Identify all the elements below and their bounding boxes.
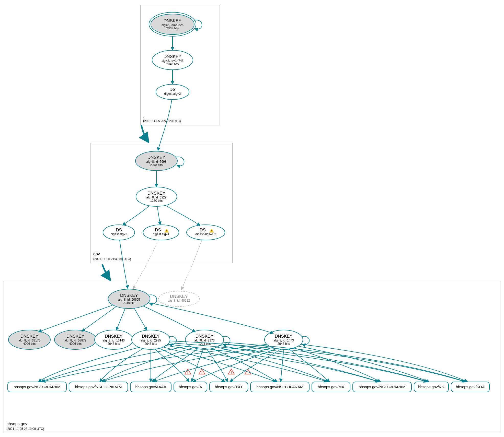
svg-text:DNSKEY: DNSKEY xyxy=(120,293,138,298)
svg-text:alg=8, id=20326: alg=8, id=20326 xyxy=(162,23,184,27)
svg-text:hhsops.gov/TXT: hhsops.gov/TXT xyxy=(215,385,243,389)
svg-text:alg=8, id=2985: alg=8, id=2985 xyxy=(141,339,161,342)
svg-text:!: ! xyxy=(166,230,167,233)
svg-text:alg=8, id=1473: alg=8, id=1473 xyxy=(273,339,294,342)
svg-text:DS: DS xyxy=(116,228,122,232)
node-hh-k3: DNSKEY alg=8, id=13143 2048 bits xyxy=(95,330,133,349)
svg-text:digest alg=2: digest alg=2 xyxy=(110,232,127,236)
svg-rect-33 xyxy=(4,281,500,433)
svg-text:alg=8, id=58879: alg=8, id=58879 xyxy=(64,339,86,342)
svg-text:!: ! xyxy=(201,371,202,374)
svg-text:4096 bits: 4096 bits xyxy=(69,342,82,346)
svg-text:2048 bits: 2048 bits xyxy=(150,163,163,167)
node-hh-ksk: DNSKEY alg=8, id=50665 2048 bits xyxy=(108,289,150,309)
svg-text:hhsops.gov/MX: hhsops.gov/MX xyxy=(318,385,344,389)
svg-text:2048 bits: 2048 bits xyxy=(166,27,179,30)
svg-text:alg=8, id=13143: alg=8, id=13143 xyxy=(103,339,125,342)
svg-text:DNSKEY: DNSKEY xyxy=(170,294,188,299)
svg-text:alg=8, id=6229: alg=8, id=6229 xyxy=(146,196,167,199)
svg-text:hhsops.gov/SOA: hhsops.gov/SOA xyxy=(456,385,485,389)
svg-text:DNSKEY: DNSKEY xyxy=(164,18,181,23)
svg-text:DNSKEY: DNSKEY xyxy=(164,54,181,59)
zone-hhsops-label: hhsops.gov xyxy=(6,422,27,426)
zone-root-ts: (2021-11-05 20:42:20 UTC) xyxy=(143,119,181,123)
svg-text:2048 bits: 2048 bits xyxy=(145,342,157,346)
node-gov-ksk: DNSKEY alg=8, id=7698 2048 bits xyxy=(135,151,177,171)
svg-text:digest algs=1,2: digest algs=1,2 xyxy=(195,232,216,236)
error-icon: ! xyxy=(228,369,234,374)
rrset-r4: hhsops.gov/A xyxy=(174,382,207,392)
svg-text:alg=8, id=2373: alg=8, id=2373 xyxy=(194,339,215,342)
zone-gov-label: gov xyxy=(93,252,100,256)
svg-text:DNSKEY: DNSKEY xyxy=(20,334,38,339)
node-root-ds: DS digest alg=2 xyxy=(156,84,189,100)
svg-text:2048 bits: 2048 bits xyxy=(166,62,179,66)
rrset-r7: hhsops.gov/MX xyxy=(312,382,350,392)
svg-text:DNSKEY: DNSKEY xyxy=(196,334,213,339)
svg-text:alg=8, id=14748: alg=8, id=14748 xyxy=(162,59,184,63)
node-hh-k5: DNSKEY alg=8, id=2373 1024 bits xyxy=(185,330,224,349)
rrset-r3: hhsops.gov/AAAA xyxy=(130,382,171,392)
svg-text:hhsops.gov/AAAA: hhsops.gov/AAAA xyxy=(135,385,166,389)
zone-gov: gov (2021-11-05 21:49:59 UTC) DNSKEY alg… xyxy=(91,143,233,263)
node-gov-zsk: DNSKEY alg=8, id=6229 1280 bits xyxy=(136,187,177,206)
svg-text:DNSKEY: DNSKEY xyxy=(105,334,123,339)
rrset-r8: hhsops.gov/NSEC3PARAM xyxy=(353,382,411,392)
svg-text:alg=8, id=7698: alg=8, id=7698 xyxy=(146,160,167,163)
svg-text:alg=8, id=50665: alg=8, id=50665 xyxy=(118,298,140,301)
node-root-zsk: DNSKEY alg=8, id=14748 2048 bits xyxy=(152,50,193,70)
svg-text:DNSKEY: DNSKEY xyxy=(142,334,160,339)
svg-text:2048 bits: 2048 bits xyxy=(123,301,135,305)
svg-text:DNSKEY: DNSKEY xyxy=(147,155,165,160)
rrset-r2: hhsops.gov/NSEC3PARAM xyxy=(69,382,128,392)
dnssec-graph: . (2021-11-05 20:42:20 UTC) DNSKEY alg=8… xyxy=(0,0,504,437)
svg-text:DS: DS xyxy=(155,228,161,232)
zone-hhsops-ts: (2021-11-05 23:19:09 UTC) xyxy=(6,427,44,431)
svg-text:hhsops.gov/NSEC3PARAM: hhsops.gov/NSEC3PARAM xyxy=(359,385,405,389)
node-hh-k6: DNSKEY alg=8, id=1473 2048 bits xyxy=(265,330,303,349)
svg-text:DNSKEY: DNSKEY xyxy=(275,334,293,339)
svg-text:2048 bits: 2048 bits xyxy=(278,342,290,346)
zone-gov-ts: (2021-11-05 21:49:59 UTC) xyxy=(93,257,131,261)
svg-text:!: ! xyxy=(247,371,248,374)
svg-text:digest alg=2: digest alg=2 xyxy=(164,92,181,96)
svg-text:1280 bits: 1280 bits xyxy=(150,199,163,203)
node-gov-ds1: DS digest alg=2 xyxy=(103,225,135,240)
node-hh-ghost: DNSKEY alg=8, id=40912 xyxy=(158,291,199,306)
svg-text:hhsops.gov/NSEC3PARAM: hhsops.gov/NSEC3PARAM xyxy=(14,385,60,389)
svg-text:hhsops.gov/NS: hhsops.gov/NS xyxy=(418,385,444,389)
rrset-r9: hhsops.gov/NS xyxy=(414,382,449,392)
svg-text:hhsops.gov/NSEC3PARAM: hhsops.gov/NSEC3PARAM xyxy=(256,385,303,389)
node-hh-k4: DNSKEY alg=8, id=2985 2048 bits xyxy=(132,330,170,349)
svg-text:hhsops.gov/A: hhsops.gov/A xyxy=(179,385,202,389)
zone-root: . (2021-11-05 20:42:20 UTC) DNSKEY alg=8… xyxy=(141,5,220,125)
node-root-ksk: DNSKEY alg=8, id=20326 2048 bits xyxy=(149,12,196,36)
svg-text:DNSKEY: DNSKEY xyxy=(147,191,165,196)
svg-text:4096 bits: 4096 bits xyxy=(23,342,36,346)
svg-text:digest alg=1: digest alg=1 xyxy=(153,232,169,236)
node-hh-k2: DNSKEY alg=8, id=58879 4096 bits xyxy=(54,330,96,349)
rrset-r1: hhsops.gov/NSEC3PARAM xyxy=(8,382,66,392)
svg-text:!: ! xyxy=(231,371,232,374)
svg-text:hhsops.gov/NSEC3PARAM: hhsops.gov/NSEC3PARAM xyxy=(75,385,122,389)
svg-text:!: ! xyxy=(187,371,188,374)
node-hh-k1: DNSKEY alg=8, id=33175 4096 bits xyxy=(8,330,50,349)
zone-root-label: . xyxy=(143,114,144,118)
rrset-r6: hhsops.gov/NSEC3PARAM xyxy=(250,382,309,392)
svg-text:DS: DS xyxy=(200,228,206,232)
node-gov-ds2: DS digest alg=1 ! xyxy=(143,225,179,240)
zone-hhsops: hhsops.gov (2021-11-05 23:19:09 UTC) DNS… xyxy=(4,281,500,433)
svg-text:!: ! xyxy=(211,230,212,233)
svg-text:DNSKEY: DNSKEY xyxy=(66,334,84,339)
rrset-r10: hhsops.gov/SOA xyxy=(451,382,489,392)
svg-text:DS: DS xyxy=(169,87,176,92)
node-gov-ds3: DS digest algs=1,2 ! xyxy=(187,225,225,240)
svg-text:alg=8, id=33175: alg=8, id=33175 xyxy=(18,339,40,342)
svg-text:2048 bits: 2048 bits xyxy=(108,342,120,346)
rrset-r5: hhsops.gov/TXT xyxy=(210,382,248,392)
svg-text:alg=8, id=40912: alg=8, id=40912 xyxy=(168,299,190,302)
